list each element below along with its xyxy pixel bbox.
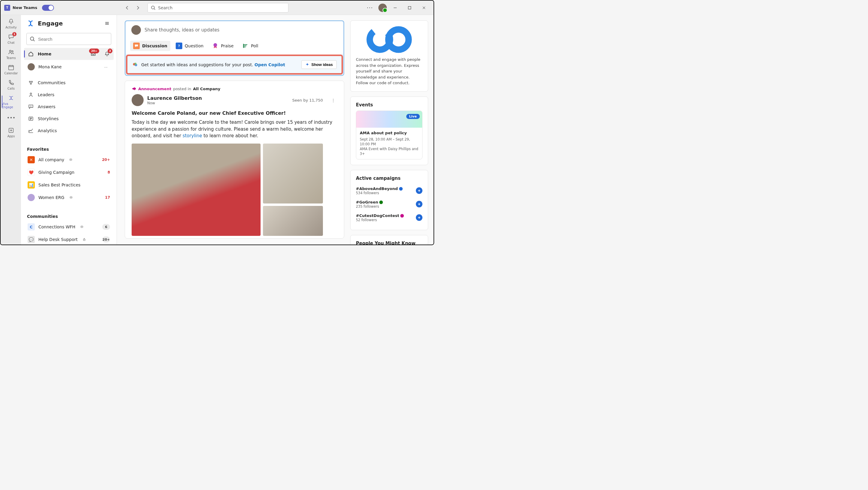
post-body: Today is the day we welcome Carole to th… [132,119,337,139]
rail-viva-engage[interactable]: Viva Engage [1,93,21,110]
post-author-avatar[interactable] [132,94,144,106]
community-connections-wfh[interactable]: C Connections WFH 6 [24,221,114,233]
poll-icon [242,42,249,49]
discussion-icon [133,42,140,49]
svg-point-9 [29,81,31,83]
content-area: Share thoughts, ideas or updates Discuss… [117,15,434,244]
storylines-icon [28,116,34,122]
rail-calls[interactable]: Calls [1,77,21,92]
campaign-item[interactable]: #GoGreen 235 followers + [356,197,423,211]
user-avatar[interactable] [378,4,387,12]
svg-point-19 [135,63,137,65]
rail-chat[interactable]: 1 Chat [1,31,21,46]
community-icon [28,156,35,163]
campaign-item[interactable]: #CutestDogContest 52 followers + [356,211,423,225]
nav-communities[interactable]: Communities [24,77,114,89]
engage-search-input[interactable] [26,33,111,45]
praise-icon [212,42,219,49]
rail-activity[interactable]: Activity [1,16,21,31]
nav-answers[interactable]: Answers [24,101,114,113]
home-icon [28,51,34,57]
megaphone-icon [132,86,136,91]
composer-tab-discussion[interactable]: Discussion [130,41,170,51]
composer-input[interactable]: Share thoughts, ideas or updates [126,25,343,39]
live-badge: Live [406,114,420,119]
svg-point-10 [31,81,32,83]
event-item[interactable]: Live AMA about pet policy Sept 28, 10:00… [356,110,423,159]
sparkle-icon [305,63,309,67]
rail-teams[interactable]: Teams [1,47,21,61]
composer-card: Share thoughts, ideas or updates Discuss… [125,21,344,76]
nav-user-profile[interactable]: Mona Kane ··· [24,60,114,74]
community-icon: C [28,223,35,230]
window-maximize-button[interactable] [404,2,415,14]
campaign-item[interactable]: #AboveAndBeyond 534 followers + [356,184,423,197]
favorite-all-company[interactable]: All company 20+ [24,154,114,166]
composer-tab-question[interactable]: ? Question [173,41,207,51]
nav-forward-button[interactable] [133,3,143,12]
bell-icon [7,18,15,25]
storyline-link[interactable]: storyline [183,133,202,138]
global-search-input[interactable]: Search [148,3,288,12]
show-ideas-button[interactable]: Show ideas [301,60,337,69]
follow-button[interactable]: + [416,187,423,194]
favorite-sales-best-practices[interactable]: 📊 Sales Best Practices [24,178,114,191]
composer-tab-poll[interactable]: Poll [239,41,261,51]
question-icon: ? [176,42,182,49]
nav-back-button[interactable] [122,3,132,12]
rail-calendar[interactable]: Calendar [1,62,21,77]
campaigns-card: Active campaigns #AboveAndBeyond 534 fol… [350,170,428,230]
engage-title: Engage [38,20,100,27]
calendar-icon [7,64,15,71]
event-hero-image: Live [356,111,422,128]
post-image[interactable] [263,143,323,203]
teams-app-icon: T [4,5,10,11]
answers-icon [28,103,34,110]
post-image[interactable] [263,206,323,236]
about-card: Connect and engage with people across th… [350,21,428,92]
community-help-desk[interactable]: 💬 Help Desk Support 20+ [24,233,114,244]
post-author-name[interactable]: Laurence Gilbertson [147,95,289,101]
follow-button[interactable]: + [416,214,423,221]
svg-point-5 [12,51,13,52]
svg-point-16 [214,43,217,47]
nav-analytics[interactable]: Analytics [24,125,114,137]
verified-icon [69,196,73,199]
communities-header: Communities [21,210,117,221]
composer-tab-praise[interactable]: Praise [209,41,237,51]
post-more-button[interactable]: ⋮ [329,96,337,104]
svg-point-4 [9,51,11,52]
verified-icon [69,158,72,162]
nav-leaders[interactable]: Leaders [24,89,114,101]
copilot-icon [132,62,138,68]
avatar [131,25,141,35]
chat-icon: 1 [7,33,15,40]
follow-button[interactable]: + [416,201,423,207]
profile-more-button[interactable]: ··· [102,63,110,71]
viva-engage-icon [7,94,15,102]
post-timestamp: Now [147,101,289,105]
window-minimize-button[interactable] [389,2,401,14]
community-icon: ❤️ [28,169,35,176]
favorite-giving-campaign[interactable]: ❤️ Giving Campaign 8 [24,166,114,178]
open-copilot-link[interactable]: Open Copilot [254,62,285,67]
leaders-icon [28,91,34,98]
verified-icon [399,187,403,191]
rail-apps[interactable]: Apps [1,125,21,140]
post-community-link[interactable]: All Company [193,87,220,91]
window-close-button[interactable] [418,2,430,14]
avatar [28,63,35,70]
post-seen-count: Seen by 11,750 [292,98,323,102]
nav-storylines[interactable]: Storylines [24,113,114,125]
verified-icon [80,225,84,229]
phone-icon [7,79,15,86]
more-options-button[interactable]: ··· [364,2,376,14]
svg-rect-14 [83,239,85,241]
search-icon [30,36,35,42]
nav-home[interactable]: Home 20+ 3 [24,48,114,60]
new-teams-toggle[interactable] [42,5,54,11]
hamburger-button[interactable] [103,19,111,28]
rail-more[interactable]: ••• [1,111,21,124]
post-image[interactable] [132,143,260,236]
favorite-women-erg[interactable]: Women ERG 17 [24,191,114,204]
